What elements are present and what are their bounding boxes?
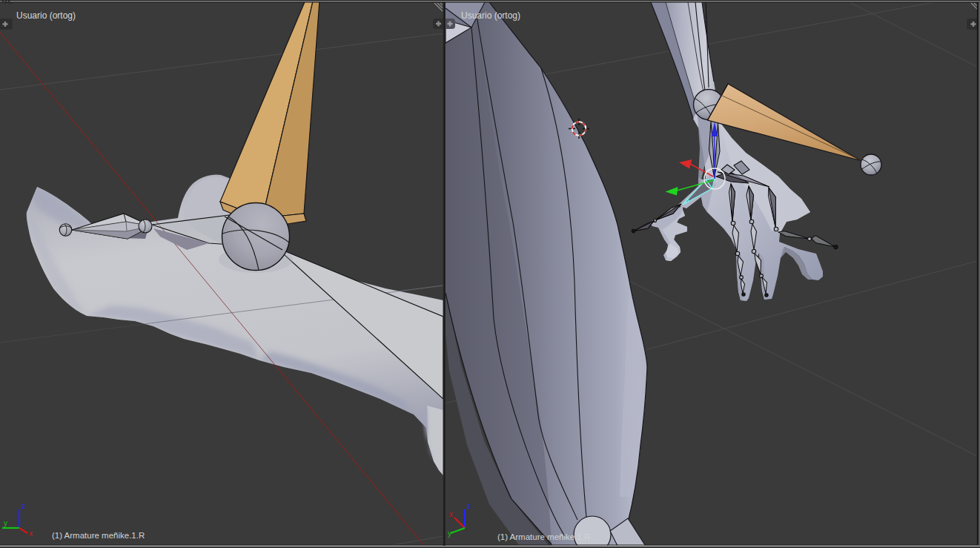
svg-text:x: x [449,510,453,518]
svg-text:Usuario (ortog): Usuario (ortog) [16,10,76,21]
svg-text:(1) Armature meñike.1.R: (1) Armature meñike.1.R [52,531,145,540]
svg-text:x: x [29,529,33,538]
svg-text:(1) Armature meñike.1.R: (1) Armature meñike.1.R [497,532,590,541]
svg-text:y: y [4,519,7,527]
svg-text:z: z [467,502,471,510]
svg-text:y: y [448,529,451,538]
svg-text:Usuario (ortog): Usuario (ortog) [461,10,520,21]
svg-text:z: z [21,502,25,510]
